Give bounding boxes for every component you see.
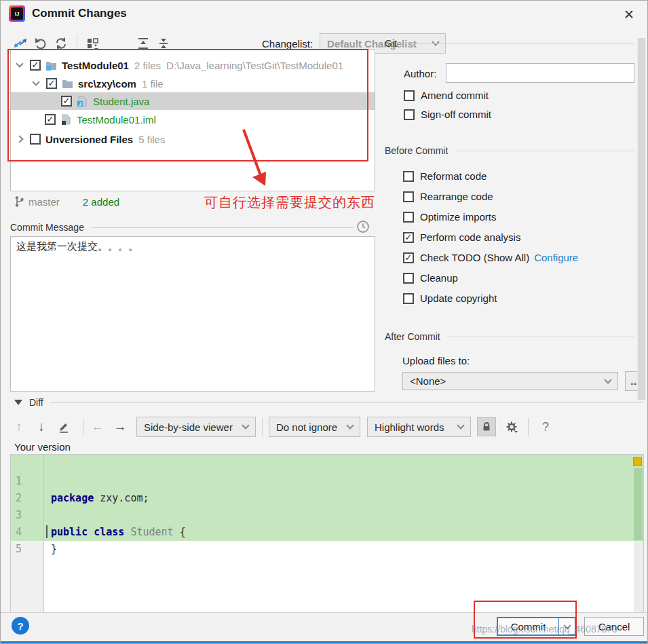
rearrange-checkbox[interactable] [403, 191, 414, 202]
tree-row-module[interactable]: TestModule01 2 files D:\Java_learning\Te… [11, 56, 375, 74]
code-line: 5 [11, 524, 643, 541]
tree-row-label: Unversioned Files [45, 134, 133, 145]
lock-icon[interactable] [477, 417, 496, 436]
chevron-down-icon [604, 376, 611, 383]
tree-row-label: src\zxy\com [78, 78, 136, 90]
collapse-diff-icon[interactable] [14, 400, 22, 405]
changelist-label: Changelist: [262, 38, 313, 50]
todo-checkbox[interactable] [403, 252, 414, 263]
panel-scrollbar[interactable] [637, 38, 646, 400]
prev-change-icon[interactable]: ↑ [10, 417, 28, 436]
added-files-count: 2 added [83, 196, 119, 208]
editor-scrollbar-thumb[interactable] [634, 468, 643, 540]
editor-scrollbar[interactable] [634, 541, 643, 613]
message-history-icon[interactable] [356, 220, 370, 233]
amend-commit-option[interactable]: Amend commit [404, 90, 489, 101]
cleanup-checkbox[interactable] [403, 273, 414, 284]
tree-row-meta: 5 files [138, 134, 165, 145]
commit-message-title: Commit Message [10, 222, 84, 233]
amend-label: Amend commit [421, 90, 489, 101]
configure-link[interactable]: Configure [534, 252, 578, 263]
folder-checkbox[interactable] [46, 78, 57, 89]
close-icon[interactable]: ✕ [620, 5, 638, 23]
settings-gear-icon[interactable] [502, 417, 521, 436]
iml-file-icon [60, 114, 72, 125]
reformat-code-option[interactable]: Reformat code [403, 170, 487, 182]
commit-options-dropdown[interactable] [558, 617, 576, 636]
upload-target-value: <None> [410, 375, 446, 387]
chevron-down-icon [563, 622, 571, 629]
viewer-dropdown[interactable]: Side-by-side viewer [136, 417, 256, 437]
signoff-commit-option[interactable]: Sign-off commit [404, 109, 491, 120]
tree-row-label: Student.java [93, 96, 149, 107]
tree-row-unversioned[interactable]: Unversioned Files 5 files [11, 130, 375, 148]
code-analysis-option[interactable]: Perform code analysis [403, 231, 520, 243]
code-line: 2 [11, 473, 643, 490]
unversioned-checkbox[interactable] [30, 134, 41, 145]
optimize-imports-option[interactable]: Optimize imports [403, 211, 497, 223]
toolbar-separator [262, 418, 263, 436]
check-todo-option[interactable]: Check TODO (Show All) Configure [403, 252, 578, 263]
ignore-policy-dropdown[interactable]: Do not ignore [269, 417, 360, 437]
dialog-footer: ? Commit Cancel [1, 612, 647, 643]
author-input[interactable] [446, 63, 634, 83]
optimize-checkbox[interactable] [403, 212, 414, 223]
signoff-checkbox[interactable] [404, 109, 415, 120]
cancel-button[interactable]: Cancel [584, 617, 644, 636]
option-label: Rearrange code [420, 191, 493, 202]
next-change-icon[interactable]: ↓ [33, 417, 50, 436]
tree-row-iml-file[interactable]: TestModule01.iml [11, 111, 375, 128]
highlight-policy-dropdown[interactable]: Highlight words [367, 417, 471, 437]
chevron-down-icon[interactable] [16, 64, 23, 67]
tree-row-path: D:\Java_learning\TestGit\TestModule01 [166, 60, 343, 71]
rearrange-code-option[interactable]: Rearrange code [403, 191, 493, 202]
tree-row-meta: 1 file [142, 78, 164, 90]
help-icon[interactable]: ? [12, 617, 29, 634]
git-section-header: Git [385, 38, 634, 49]
tree-row-folder[interactable]: src\zxy\com 1 file [11, 75, 375, 92]
after-commit-header: After Commit [385, 331, 634, 342]
commit-message-input[interactable]: 这是我第一次提交。。。。 [10, 236, 375, 392]
java-file-icon: J [77, 96, 88, 107]
upload-target-dropdown[interactable]: <None> [402, 372, 618, 390]
amend-checkbox[interactable] [404, 90, 415, 101]
prev-difference-icon[interactable]: ← [89, 417, 107, 436]
diff-help-icon[interactable]: ? [542, 420, 549, 434]
cleanup-option[interactable]: Cleanup [403, 272, 458, 284]
tree-row-java-file[interactable]: J Student.java [11, 92, 375, 110]
svg-text:J: J [79, 101, 81, 107]
error-stripe-marker[interactable] [633, 457, 642, 466]
option-label: Cleanup [420, 272, 458, 284]
copyright-checkbox[interactable] [403, 293, 414, 304]
option-label: Reformat code [420, 170, 487, 182]
file-checkbox[interactable] [61, 96, 72, 107]
toolbar-separator [83, 418, 83, 436]
code-line: 1 package zxy.com; [11, 456, 643, 473]
intellij-logo-icon [9, 5, 25, 22]
next-difference-icon[interactable]: → [111, 417, 129, 436]
chevron-down-icon[interactable] [33, 82, 39, 85]
option-label: Optimize imports [420, 211, 497, 223]
reformat-checkbox[interactable] [403, 171, 414, 182]
git-section-title: Git [385, 38, 397, 49]
chevron-down-icon [346, 421, 354, 429]
module-checkbox[interactable] [30, 60, 41, 71]
analysis-checkbox[interactable] [403, 232, 414, 243]
window-bottom-border [1, 641, 647, 643]
tree-row-meta: 2 files [134, 60, 161, 71]
file-checkbox[interactable] [45, 114, 56, 125]
ignore-policy-value: Do not ignore [276, 421, 337, 433]
commit-button[interactable]: Commit [497, 617, 560, 636]
chevron-right-icon[interactable] [16, 136, 23, 142]
diff-editor[interactable]: 1 package zxy.com; 2 3 public class Stud… [10, 454, 644, 613]
code-token: } [51, 543, 57, 555]
annotation-text: 可自行选择需要提交的东西 [204, 193, 378, 212]
option-label: Update copyright [420, 292, 497, 304]
diff-section-header[interactable]: Diff [14, 397, 644, 408]
commit-changes-dialog: Commit Changes ✕ Changelist: Default Cha… [0, 0, 648, 644]
chevron-down-icon [242, 421, 249, 429]
vcs-status-row: master 2 added [14, 195, 119, 208]
update-copyright-option[interactable]: Update copyright [403, 292, 497, 304]
tree-row-label: TestModule01 [62, 60, 129, 71]
edit-pencil-icon[interactable] [55, 417, 73, 436]
